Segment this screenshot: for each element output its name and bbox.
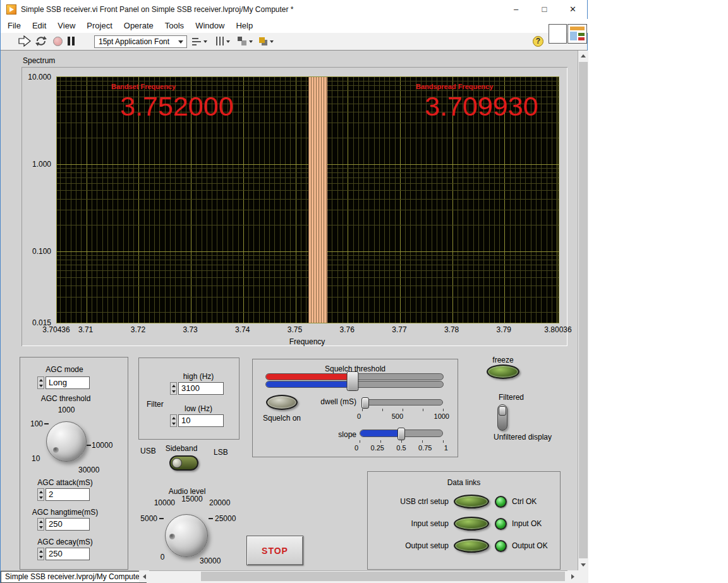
knob-tick-label: 0 bbox=[157, 553, 167, 562]
title-bar[interactable]: Simple SSB receiver.vi Front Panel on Si… bbox=[1, 0, 587, 19]
status-label: Output OK bbox=[512, 541, 548, 550]
vi-icon[interactable] bbox=[567, 24, 587, 44]
font-selector[interactable]: 15pt Application Font bbox=[94, 35, 187, 48]
squelch-on-toggle[interactable] bbox=[266, 395, 298, 410]
minimize-button[interactable]: – bbox=[502, 0, 530, 19]
grid-minor-hline bbox=[57, 255, 559, 256]
reorder-icon bbox=[258, 37, 268, 46]
filter-low-value[interactable]: 10 bbox=[178, 414, 224, 427]
slider-thumb[interactable] bbox=[361, 397, 369, 409]
grid-major-hline bbox=[57, 251, 559, 252]
slider-track[interactable] bbox=[362, 399, 443, 406]
display-mode-switch[interactable] bbox=[497, 404, 507, 431]
bandspread-frequency-label: Bandspread Frequency bbox=[416, 83, 493, 90]
abort-button[interactable] bbox=[53, 37, 63, 46]
agc-decay-field[interactable]: 250 bbox=[37, 548, 90, 560]
slider-thumb[interactable] bbox=[397, 428, 405, 440]
grid-major-hline bbox=[57, 164, 559, 165]
squelch-threshold-slider[interactable] bbox=[265, 373, 444, 390]
status-label: Ctrl OK bbox=[512, 497, 537, 506]
dwell-label: dwell (mS) bbox=[306, 397, 356, 406]
agc-hangtime-label: AGC hangtime(mS) bbox=[27, 508, 103, 517]
agc-mode-ring[interactable]: Long bbox=[37, 376, 90, 389]
setup-button[interactable] bbox=[454, 495, 489, 508]
grid-minor-hline bbox=[57, 81, 559, 81]
setup-button-label: USB ctrl setup bbox=[374, 497, 449, 506]
menu-item[interactable]: Tools bbox=[159, 19, 190, 33]
reorder-button[interactable] bbox=[258, 37, 274, 46]
filter-low-field[interactable]: 10 bbox=[170, 414, 224, 427]
x-tick-label: 3.78 bbox=[444, 325, 459, 334]
scale-tick-label: 0 bbox=[357, 412, 361, 420]
menu-item[interactable]: Help bbox=[230, 19, 258, 33]
dwell-scale: 05001000 bbox=[357, 412, 449, 420]
agc-mode-value[interactable]: Long bbox=[46, 376, 90, 389]
spinner-buttons[interactable] bbox=[170, 414, 177, 427]
scroll-right-button[interactable] bbox=[567, 570, 578, 582]
dwell-slider[interactable] bbox=[362, 397, 443, 407]
align-objects-button[interactable] bbox=[192, 37, 207, 46]
plot-area[interactable]: Bandset Frequency3.752000Bandspread Freq… bbox=[56, 76, 559, 323]
vertical-scrollbar[interactable] bbox=[578, 51, 588, 570]
stop-button[interactable]: STOP bbox=[246, 536, 303, 565]
menu-item[interactable]: Operate bbox=[118, 19, 159, 33]
vertical-scrollbar-thumb[interactable] bbox=[579, 62, 588, 558]
context-help-button[interactable]: ? bbox=[533, 36, 543, 47]
knob-tick-label: 30000 bbox=[78, 466, 99, 474]
sideband-switch[interactable] bbox=[169, 455, 198, 471]
scroll-left-button[interactable] bbox=[139, 570, 149, 582]
horizontal-scrollbar-thumb[interactable] bbox=[201, 572, 565, 581]
spectrum-graph: 10.0001.0000.1000.015 Bandset Frequency3… bbox=[21, 67, 567, 346]
audio-level-knob[interactable] bbox=[165, 514, 208, 557]
run-button[interactable] bbox=[18, 35, 31, 49]
scale-tick-label: 0 bbox=[355, 444, 358, 452]
horizontal-scrollbar[interactable] bbox=[149, 571, 567, 582]
menu-item[interactable]: File bbox=[2, 19, 27, 33]
resize-objects-button[interactable] bbox=[238, 37, 253, 46]
agc-hangtime-field[interactable]: 250 bbox=[37, 518, 90, 531]
pause-button[interactable] bbox=[68, 37, 75, 45]
filter-high-field[interactable]: 3100 bbox=[170, 382, 224, 395]
connector-pane-icon[interactable] bbox=[549, 24, 567, 44]
knob-tick-label: 15000 bbox=[179, 495, 205, 503]
spinner-buttons[interactable] bbox=[37, 376, 44, 389]
filter-high-value[interactable]: 3100 bbox=[178, 382, 224, 395]
freeze-toggle[interactable] bbox=[487, 364, 519, 379]
run-continuously-button[interactable] bbox=[35, 36, 47, 49]
maximize-button[interactable]: □ bbox=[530, 0, 559, 19]
y-tick-label: 1.000 bbox=[32, 160, 51, 169]
scroll-down-button[interactable] bbox=[578, 560, 588, 570]
knob-tick-label: 10 bbox=[32, 454, 40, 463]
knob-tick-label: 100 bbox=[23, 419, 43, 428]
slope-slider[interactable] bbox=[360, 428, 443, 439]
scroll-up-button[interactable] bbox=[578, 51, 588, 61]
agc-decay-value[interactable]: 250 bbox=[46, 548, 90, 560]
knob-tick-mark bbox=[44, 423, 49, 424]
spinner-buttons[interactable] bbox=[37, 518, 44, 531]
vi-icon-art bbox=[570, 27, 585, 30]
spinner-buttons[interactable] bbox=[170, 382, 177, 395]
menu-item[interactable]: View bbox=[52, 19, 81, 33]
spinner-buttons[interactable] bbox=[37, 548, 44, 560]
labview-app-icon bbox=[6, 4, 16, 15]
switch-knob[interactable] bbox=[172, 458, 182, 468]
bandspread-frequency-value: 3.709930 bbox=[425, 91, 538, 122]
distribute-objects-button[interactable] bbox=[215, 37, 230, 46]
agc-attack-field[interactable]: 2 bbox=[37, 488, 90, 501]
switch-knob[interactable] bbox=[499, 406, 506, 416]
spinner-buttons[interactable] bbox=[37, 488, 44, 501]
close-button[interactable]: ✕ bbox=[559, 0, 587, 19]
x-tick-label: 3.70436 bbox=[42, 325, 70, 334]
menu-item[interactable]: Edit bbox=[27, 19, 52, 33]
agc-attack-value[interactable]: 2 bbox=[46, 488, 90, 501]
agc-threshold-knob[interactable] bbox=[46, 421, 87, 462]
setup-button[interactable] bbox=[454, 517, 489, 531]
x-tick-label: 3.80036 bbox=[544, 325, 571, 334]
slider-thumb[interactable] bbox=[347, 371, 359, 391]
menu-item[interactable]: Project bbox=[81, 19, 118, 33]
squelch-on-label: Squelch on bbox=[257, 414, 307, 423]
setup-button[interactable] bbox=[454, 539, 489, 553]
menu-item[interactable]: Window bbox=[190, 19, 230, 33]
agc-hangtime-value[interactable]: 250 bbox=[46, 518, 90, 531]
grid-minor-hline bbox=[57, 297, 559, 298]
